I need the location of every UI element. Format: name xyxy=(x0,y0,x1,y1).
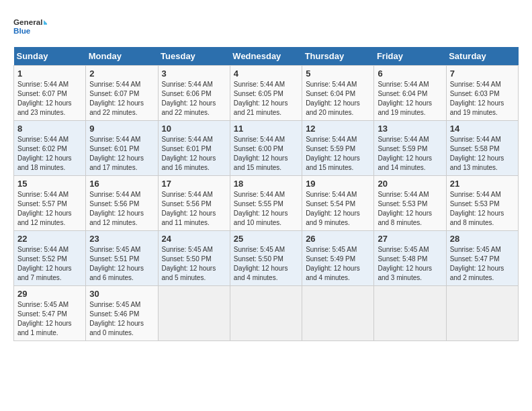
day-number: 26 xyxy=(306,234,370,244)
day-info: Sunrise: 5:44 AM Sunset: 6:04 PM Dayligh… xyxy=(378,80,442,118)
calendar-day-cell: 26Sunrise: 5:45 AM Sunset: 5:49 PM Dayli… xyxy=(302,231,374,286)
day-info: Sunrise: 5:44 AM Sunset: 6:05 PM Dayligh… xyxy=(234,80,298,118)
day-info: Sunrise: 5:45 AM Sunset: 5:50 PM Dayligh… xyxy=(234,245,298,283)
day-number: 30 xyxy=(89,289,154,299)
day-info: Sunrise: 5:44 AM Sunset: 6:01 PM Dayligh… xyxy=(89,135,154,173)
calendar-day-cell: 29Sunrise: 5:45 AM Sunset: 5:47 PM Dayli… xyxy=(14,286,86,341)
day-info: Sunrise: 5:44 AM Sunset: 5:55 PM Dayligh… xyxy=(234,190,298,228)
calendar-day-cell: 17Sunrise: 5:44 AM Sunset: 5:56 PM Dayli… xyxy=(158,176,230,231)
logo: General Blue xyxy=(13,13,47,40)
day-info: Sunrise: 5:44 AM Sunset: 5:53 PM Dayligh… xyxy=(378,190,442,228)
day-number: 15 xyxy=(17,179,82,189)
day-number: 20 xyxy=(378,179,442,189)
day-number: 28 xyxy=(450,234,515,244)
calendar-day-cell xyxy=(374,286,446,341)
calendar-day-cell: 10Sunrise: 5:44 AM Sunset: 6:01 PM Dayli… xyxy=(158,121,230,176)
day-number: 14 xyxy=(450,124,515,134)
day-number: 22 xyxy=(17,234,82,244)
day-info: Sunrise: 5:44 AM Sunset: 6:07 PM Dayligh… xyxy=(17,80,82,118)
day-number: 27 xyxy=(378,234,442,244)
calendar-day-cell: 1Sunrise: 5:44 AM Sunset: 6:07 PM Daylig… xyxy=(14,66,86,121)
header: General Blue xyxy=(13,13,519,40)
calendar-day-cell: 3Sunrise: 5:44 AM Sunset: 6:06 PM Daylig… xyxy=(158,66,230,121)
day-number: 25 xyxy=(234,234,298,244)
svg-text:General: General xyxy=(13,17,42,26)
calendar-day-cell: 21Sunrise: 5:44 AM Sunset: 5:53 PM Dayli… xyxy=(446,176,518,231)
day-info: Sunrise: 5:45 AM Sunset: 5:49 PM Dayligh… xyxy=(306,245,370,283)
svg-text:Blue: Blue xyxy=(13,26,31,35)
calendar-day-cell: 8Sunrise: 5:44 AM Sunset: 6:02 PM Daylig… xyxy=(14,121,86,176)
calendar-day-cell: 19Sunrise: 5:44 AM Sunset: 5:54 PM Dayli… xyxy=(302,176,374,231)
day-number: 5 xyxy=(306,68,370,79)
day-info: Sunrise: 5:44 AM Sunset: 5:56 PM Dayligh… xyxy=(162,190,226,228)
day-number: 10 xyxy=(162,124,226,134)
calendar-day-cell: 27Sunrise: 5:45 AM Sunset: 5:48 PM Dayli… xyxy=(374,231,446,286)
calendar-day-cell: 4Sunrise: 5:44 AM Sunset: 6:05 PM Daylig… xyxy=(230,66,302,121)
day-number: 6 xyxy=(378,68,442,79)
day-number: 21 xyxy=(450,179,515,189)
day-info: Sunrise: 5:44 AM Sunset: 5:56 PM Dayligh… xyxy=(89,190,154,228)
day-number: 17 xyxy=(162,179,226,189)
day-number: 7 xyxy=(450,68,515,79)
day-number: 4 xyxy=(234,68,298,79)
calendar-day-cell xyxy=(302,286,374,341)
calendar-day-cell: 12Sunrise: 5:44 AM Sunset: 5:59 PM Dayli… xyxy=(302,121,374,176)
calendar-day-cell: 25Sunrise: 5:45 AM Sunset: 5:50 PM Dayli… xyxy=(230,231,302,286)
svg-marker-2 xyxy=(44,20,47,25)
day-info: Sunrise: 5:45 AM Sunset: 5:48 PM Dayligh… xyxy=(378,245,442,283)
calendar-day-cell: 7Sunrise: 5:44 AM Sunset: 6:03 PM Daylig… xyxy=(446,66,518,121)
day-number: 13 xyxy=(378,124,442,134)
day-info: Sunrise: 5:44 AM Sunset: 6:04 PM Dayligh… xyxy=(306,80,370,118)
day-number: 11 xyxy=(234,124,298,134)
calendar-week-row: 8Sunrise: 5:44 AM Sunset: 6:02 PM Daylig… xyxy=(14,121,519,176)
day-info: Sunrise: 5:44 AM Sunset: 5:59 PM Dayligh… xyxy=(378,135,442,173)
calendar-day-cell: 15Sunrise: 5:44 AM Sunset: 5:57 PM Dayli… xyxy=(14,176,86,231)
day-info: Sunrise: 5:44 AM Sunset: 5:54 PM Dayligh… xyxy=(306,190,370,228)
calendar-day-cell xyxy=(230,286,302,341)
day-info: Sunrise: 5:44 AM Sunset: 5:57 PM Dayligh… xyxy=(17,190,82,228)
day-number: 19 xyxy=(306,179,370,189)
weekday-header-friday: Friday xyxy=(374,47,446,66)
day-info: Sunrise: 5:44 AM Sunset: 6:00 PM Dayligh… xyxy=(234,135,298,173)
calendar-day-cell: 24Sunrise: 5:45 AM Sunset: 5:50 PM Dayli… xyxy=(158,231,230,286)
weekday-header-row: SundayMondayTuesdayWednesdayThursdayFrid… xyxy=(14,47,519,66)
day-number: 16 xyxy=(89,179,154,189)
calendar-day-cell xyxy=(158,286,230,341)
day-number: 18 xyxy=(234,179,298,189)
calendar-day-cell: 18Sunrise: 5:44 AM Sunset: 5:55 PM Dayli… xyxy=(230,176,302,231)
day-info: Sunrise: 5:44 AM Sunset: 5:58 PM Dayligh… xyxy=(450,135,515,173)
day-number: 8 xyxy=(17,124,82,134)
day-number: 29 xyxy=(17,289,82,299)
day-number: 1 xyxy=(17,68,82,79)
calendar-day-cell: 23Sunrise: 5:45 AM Sunset: 5:51 PM Dayli… xyxy=(86,231,158,286)
day-info: Sunrise: 5:44 AM Sunset: 6:03 PM Dayligh… xyxy=(450,80,515,118)
calendar-day-cell: 13Sunrise: 5:44 AM Sunset: 5:59 PM Dayli… xyxy=(374,121,446,176)
day-number: 3 xyxy=(162,68,226,79)
day-info: Sunrise: 5:45 AM Sunset: 5:46 PM Dayligh… xyxy=(89,300,154,338)
weekday-header-thursday: Thursday xyxy=(302,47,374,66)
day-number: 23 xyxy=(89,234,154,244)
day-info: Sunrise: 5:44 AM Sunset: 6:01 PM Dayligh… xyxy=(162,135,226,173)
day-info: Sunrise: 5:45 AM Sunset: 5:47 PM Dayligh… xyxy=(17,300,82,338)
day-info: Sunrise: 5:44 AM Sunset: 5:59 PM Dayligh… xyxy=(306,135,370,173)
logo-svg: General Blue xyxy=(13,13,47,40)
weekday-header-wednesday: Wednesday xyxy=(230,47,302,66)
day-number: 12 xyxy=(306,124,370,134)
calendar-table: SundayMondayTuesdayWednesdayThursdayFrid… xyxy=(13,47,519,341)
calendar-day-cell: 16Sunrise: 5:44 AM Sunset: 5:56 PM Dayli… xyxy=(86,176,158,231)
weekday-header-saturday: Saturday xyxy=(446,47,518,66)
day-info: Sunrise: 5:44 AM Sunset: 6:07 PM Dayligh… xyxy=(89,80,154,118)
day-info: Sunrise: 5:44 AM Sunset: 5:53 PM Dayligh… xyxy=(450,190,515,228)
weekday-header-sunday: Sunday xyxy=(14,47,86,66)
day-info: Sunrise: 5:44 AM Sunset: 5:52 PM Dayligh… xyxy=(17,245,82,283)
calendar-week-row: 1Sunrise: 5:44 AM Sunset: 6:07 PM Daylig… xyxy=(14,66,519,121)
calendar-day-cell: 14Sunrise: 5:44 AM Sunset: 5:58 PM Dayli… xyxy=(446,121,518,176)
calendar-day-cell: 6Sunrise: 5:44 AM Sunset: 6:04 PM Daylig… xyxy=(374,66,446,121)
day-info: Sunrise: 5:45 AM Sunset: 5:47 PM Dayligh… xyxy=(450,245,515,283)
calendar-day-cell: 5Sunrise: 5:44 AM Sunset: 6:04 PM Daylig… xyxy=(302,66,374,121)
day-info: Sunrise: 5:45 AM Sunset: 5:50 PM Dayligh… xyxy=(162,245,226,283)
calendar-week-row: 22Sunrise: 5:44 AM Sunset: 5:52 PM Dayli… xyxy=(14,231,519,286)
weekday-header-monday: Monday xyxy=(86,47,158,66)
calendar-day-cell: 30Sunrise: 5:45 AM Sunset: 5:46 PM Dayli… xyxy=(86,286,158,341)
calendar-week-row: 15Sunrise: 5:44 AM Sunset: 5:57 PM Dayli… xyxy=(14,176,519,231)
